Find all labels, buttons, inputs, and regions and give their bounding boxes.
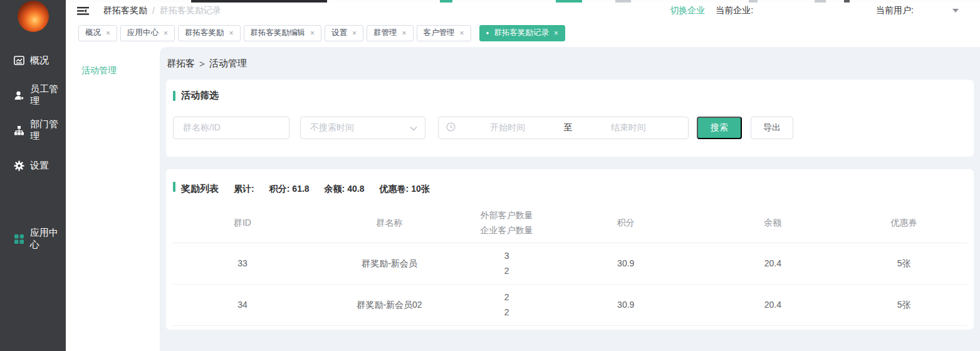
tab-close-icon[interactable]: ×: [554, 29, 558, 37]
tab-close-icon[interactable]: ×: [164, 29, 168, 37]
cell-coupons: 5张: [840, 243, 967, 284]
tab-settings[interactable]: 设置 ×: [325, 25, 363, 41]
section-accent-bar: [173, 182, 175, 192]
tab-label: 概况: [85, 28, 101, 38]
group-name-placeholder: 群名称/ID: [183, 122, 221, 134]
sidebar-fold-icon[interactable]: [77, 6, 89, 16]
tab-group-management[interactable]: 群管理 ×: [367, 25, 414, 41]
col-group-id: 群ID: [173, 202, 312, 243]
tab-group-rewards-record[interactable]: ● 群拓客奖励记录 ×: [479, 25, 565, 41]
sidebar-item-departments[interactable]: 部门管理: [0, 118, 66, 143]
sidebar-item-employees[interactable]: 员工管理: [0, 83, 66, 108]
rewards-title-text: 奖励列表: [181, 183, 219, 195]
col-coupons: 优惠券: [840, 202, 967, 243]
current-user-label: 当前用户:: [876, 5, 914, 16]
clock-icon: [446, 122, 456, 134]
col-customer-counts: 外部客户数量 企业客户数量: [467, 202, 546, 243]
start-time-placeholder[interactable]: 开始时间: [456, 122, 560, 134]
breadcrumb-current: 群拓客奖励记录: [160, 5, 221, 16]
tab-app-center[interactable]: 应用中心 ×: [120, 25, 175, 41]
switch-company-link[interactable]: 切换企业: [670, 5, 705, 16]
tab-label: 群管理: [373, 28, 397, 38]
subsidebar-item-activity-management[interactable]: 活动管理: [66, 47, 160, 76]
summary-lead-label: 累计:: [234, 184, 254, 195]
time-mode-value: 不搜索时间: [310, 122, 354, 134]
col-group-name: 群名称: [312, 202, 467, 243]
breadcrumb-separator: /: [152, 6, 155, 16]
export-button[interactable]: 导出: [751, 117, 793, 139]
filter-title-text: 活动筛选: [181, 90, 219, 102]
sidebar-item-label: 概况: [30, 55, 49, 66]
tab-close-icon[interactable]: ×: [106, 29, 110, 37]
filter-controls: 群名称/ID 不搜索时间 开始时间: [173, 117, 961, 139]
sidebar-item-label: 员工管理: [30, 83, 66, 107]
sidebar-item-overview[interactable]: 概况: [0, 48, 66, 73]
tab-close-icon[interactable]: ×: [310, 29, 315, 37]
content-breadcrumb-parent: 群拓客: [167, 58, 195, 70]
tab-overview[interactable]: 概况 ×: [78, 25, 117, 41]
tab-label: 群拓客奖励编辑: [251, 28, 306, 38]
sidebar-item-label: 设置: [30, 160, 49, 172]
tab-customer-management[interactable]: 客户管理 ×: [417, 25, 471, 41]
time-mode-select[interactable]: 不搜索时间: [300, 117, 425, 139]
col-balance: 余额: [706, 202, 841, 243]
tab-label: 设置: [331, 28, 347, 38]
summary-balance: 余额:40.8: [325, 184, 365, 195]
cell-group-id: 34: [173, 284, 312, 325]
open-tabs-bar: 概况 × 应用中心 × 群拓客奖励 × 群拓客奖励编辑 × 设置 × 群管理 ×: [66, 19, 980, 47]
rewards-summary-row: 奖励列表 累计: 积分:61.8 余额:40.8 优惠卷:10张: [173, 182, 967, 195]
cell-customer-counts: 3 2: [467, 243, 546, 284]
tab-label: 群拓客奖励记录: [494, 28, 549, 38]
cell-balance: 20.4: [706, 243, 841, 284]
sidebar-item-label: 应用中心: [30, 227, 66, 251]
app-root: 概况 员工管理 部门管理 设置 应用中心: [0, 0, 980, 351]
employee-icon: [14, 90, 24, 101]
summary-coupons: 优惠卷:10张: [380, 184, 430, 195]
cell-balance: 20.4: [706, 284, 841, 325]
range-separator: 至: [560, 122, 576, 134]
top-edge-artifact: [66, 0, 980, 3]
end-time-placeholder[interactable]: 结束时间: [576, 122, 681, 134]
tab-label: 应用中心: [127, 28, 159, 38]
active-tab-dot-icon: ●: [486, 31, 489, 36]
breadcrumb-parent[interactable]: 群拓客奖励: [103, 5, 147, 16]
sidebar-item-app-center[interactable]: 应用中心: [0, 226, 66, 251]
user-dropdown-caret-icon[interactable]: [952, 9, 959, 13]
header-right: 切换企业 当前企业: 当前用户:: [670, 5, 980, 16]
sidebar-item-label: 部门管理: [30, 118, 66, 142]
app-grid-icon: [14, 234, 24, 244]
table-header-row: 群ID 群名称 外部客户数量 企业客户数量 积分 余额 优惠券: [173, 202, 967, 243]
summary-points: 积分:61.8: [269, 184, 310, 195]
tab-close-icon[interactable]: ×: [460, 29, 464, 37]
section-accent-bar: [173, 91, 175, 101]
group-name-input[interactable]: 群名称/ID: [173, 117, 289, 139]
cell-points: 30.9: [546, 243, 706, 284]
top-header: 群拓客奖励 / 群拓客奖励记录 切换企业 当前企业: 当前用户:: [66, 3, 980, 19]
col-points: 积分: [546, 202, 706, 243]
tab-close-icon[interactable]: ×: [402, 29, 407, 37]
page-body: 活动管理 群拓客 > 活动管理 活动筛选 群名称/ID: [66, 47, 980, 351]
chart-icon: [14, 55, 24, 66]
tab-close-icon[interactable]: ×: [229, 29, 234, 37]
gear-icon: [14, 160, 24, 171]
secondary-sidebar: 活动管理: [66, 47, 160, 351]
tab-group-rewards[interactable]: 群拓客奖励 ×: [178, 25, 241, 41]
date-range-picker[interactable]: 开始时间 至 结束时间: [438, 117, 689, 139]
tab-group-rewards-edit[interactable]: 群拓客奖励编辑 ×: [244, 25, 322, 41]
cell-group-name: 群奖励-新会员02: [312, 284, 467, 325]
search-button[interactable]: 搜索: [697, 117, 742, 139]
header-breadcrumb: 群拓客奖励 / 群拓客奖励记录: [103, 5, 221, 16]
cell-coupons: 5张: [840, 284, 967, 325]
main-area: 群拓客奖励 / 群拓客奖励记录 切换企业 当前企业: 当前用户: 概况 × 应用…: [66, 0, 980, 351]
cell-points: 30.9: [546, 284, 706, 325]
content-panel: 群拓客 > 活动管理 活动筛选 群名称/ID 不搜索时: [160, 47, 980, 351]
sidebar-item-settings[interactable]: 设置: [0, 153, 66, 178]
company-avatar[interactable]: [18, 1, 49, 32]
content-breadcrumb-separator: >: [199, 58, 205, 69]
cell-group-name: 群奖励-新会员: [312, 243, 467, 284]
org-tree-icon: [14, 125, 24, 136]
content-breadcrumb-current: 活动管理: [209, 58, 247, 70]
main-sidebar: 概况 员工管理 部门管理 设置 应用中心: [0, 0, 66, 351]
tab-label: 群拓客奖励: [185, 28, 224, 38]
tab-close-icon[interactable]: ×: [352, 29, 357, 37]
